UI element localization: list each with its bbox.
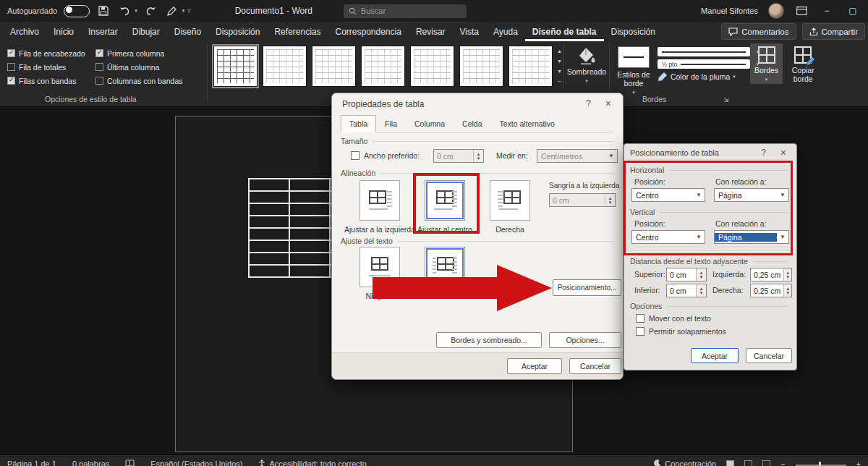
tab-fila[interactable]: Fila (376, 115, 406, 132)
draw-pen-icon[interactable] (165, 4, 179, 18)
view-web-layout-button[interactable] (762, 460, 770, 466)
tab-tabla[interactable]: Tabla (341, 115, 376, 132)
align-right-button[interactable] (490, 180, 530, 221)
accessibility-status[interactable]: Accesibilidad: todo correcto (258, 459, 367, 466)
borders-and-shading-button[interactable]: Bordes y sombreado... (436, 332, 542, 348)
table-style-thumbnail[interactable] (213, 46, 258, 87)
tab-celda[interactable]: Celda (454, 115, 490, 132)
customize-qat-icon[interactable]: ▿ (187, 7, 191, 14)
option-last-column[interactable]: Última columna (95, 60, 204, 74)
tab-dibujar[interactable]: Dibujar (125, 23, 167, 41)
zoom-out-button[interactable]: − (780, 459, 785, 466)
view-read-mode-button[interactable] (726, 460, 734, 466)
preferred-width-checkbox[interactable]: Ancho preferido: (351, 151, 420, 160)
ok-button[interactable]: Aceptar (691, 348, 739, 363)
pen-color-button[interactable]: Color de la pluma ▾ (658, 72, 750, 82)
cancel-button[interactable]: Cancelar (746, 348, 792, 363)
distance-top-spinner[interactable]: 0 cm ▲▼ (666, 268, 707, 281)
autosave-toggle[interactable] (64, 5, 90, 17)
focus-mode-button[interactable]: Concentración (653, 459, 716, 466)
align-center-button[interactable] (425, 180, 465, 221)
v-position-dropdown[interactable]: Centro ▼ (631, 230, 705, 244)
zoom-slider-thumb[interactable] (819, 462, 821, 466)
preferred-width-spinner[interactable]: 0 cm ▲▼ (433, 149, 484, 163)
h-relative-dropdown[interactable]: Página ▼ (714, 188, 789, 202)
table-style-thumbnail[interactable] (361, 46, 405, 87)
v-relative-dropdown[interactable]: Página ▼ (714, 230, 789, 244)
align-left-button[interactable] (359, 180, 400, 221)
language-indicator[interactable]: Español (Estados Unidos) (150, 459, 242, 466)
undo-dropdown-icon[interactable]: ▾ (135, 8, 137, 14)
tab-texto-alternativo[interactable]: Texto alternativo (491, 115, 563, 132)
page-indicator[interactable]: Página 1 de 1 (7, 459, 56, 466)
table-style-thumbnail[interactable] (263, 46, 307, 87)
tab-vista[interactable]: Vista (453, 23, 486, 41)
spinner-arrows-icon[interactable]: ▲▼ (696, 284, 706, 297)
tab-inicio[interactable]: Inicio (46, 23, 81, 41)
share-button[interactable]: Compartir (802, 23, 865, 40)
minimize-button[interactable]: − (819, 6, 835, 16)
user-avatar[interactable] (768, 3, 784, 19)
gallery-more-icon[interactable]: ▼─ (557, 67, 562, 87)
option-header-row[interactable]: Fila de encabezado (7, 46, 93, 60)
border-styles-button[interactable]: Estilos de borde ▾ (610, 41, 658, 96)
table-style-thumbnail[interactable] (410, 46, 454, 87)
distance-right-spinner[interactable]: 0,25 cm ▲▼ (750, 284, 792, 297)
tab-revisar[interactable]: Revisar (409, 23, 453, 41)
close-icon[interactable]: × (605, 98, 611, 109)
ok-button[interactable]: Aceptar (507, 358, 562, 374)
table-style-thumbnail[interactable] (459, 46, 503, 87)
distance-left-spinner[interactable]: 0,25 cm ▲▼ (750, 268, 792, 281)
h-position-dropdown[interactable]: Centro ▼ (631, 188, 705, 202)
option-banded-rows[interactable]: Filas con bandas (7, 74, 93, 88)
move-with-text-checkbox[interactable]: Mover con el texto (636, 314, 711, 323)
shading-button[interactable]: Sombreado ▾ (564, 41, 609, 84)
tab-insertar[interactable]: Insertar (81, 23, 125, 41)
view-print-layout-button[interactable] (744, 460, 752, 466)
ribbon-display-icon[interactable] (794, 4, 809, 18)
gallery-down-icon[interactable]: ▼ (557, 56, 562, 67)
spinner-arrows-icon[interactable]: ▲▼ (605, 194, 615, 206)
borders-dialog-launcher-icon[interactable]: ⇲ (723, 96, 729, 103)
gallery-up-icon[interactable]: ▲ (557, 46, 562, 56)
search-input[interactable]: Buscar (344, 4, 467, 18)
borders-button[interactable]: Bordes ▾ (750, 43, 783, 84)
spinner-arrows-icon[interactable]: ▲▼ (473, 150, 483, 162)
option-total-row[interactable]: Fila de totales (7, 60, 93, 74)
chevron-down-icon[interactable]: ▾ (756, 49, 759, 55)
tab-archivo[interactable]: Archivo (3, 23, 46, 41)
undo-icon[interactable] (117, 4, 132, 18)
user-name[interactable]: Manuel Sifontes (701, 7, 758, 15)
save-icon[interactable] (96, 4, 111, 18)
line-style-dropdown[interactable]: ▾ (658, 47, 750, 56)
comments-button[interactable]: Comentarios (721, 23, 796, 40)
positioning-button[interactable]: Posicionamiento... (553, 279, 621, 296)
cancel-button[interactable]: Cancelar (569, 358, 621, 374)
chevron-down-icon[interactable]: ▾ (756, 62, 759, 67)
line-weight-dropdown[interactable]: ½ pto▾ (658, 59, 750, 69)
measure-in-dropdown[interactable]: Centímetros ▼ (537, 149, 618, 163)
spinner-arrows-icon[interactable]: ▲▼ (696, 268, 706, 281)
close-icon[interactable]: × (780, 147, 786, 158)
spinner-arrows-icon[interactable]: ▲▼ (783, 268, 791, 281)
option-first-column[interactable]: Primera columna (95, 46, 204, 60)
help-icon[interactable]: ? (761, 148, 766, 158)
redo-icon[interactable] (144, 4, 158, 18)
tab-diseno-de-tabla[interactable]: Diseño de tabla (525, 23, 604, 41)
table-style-thumbnail[interactable] (509, 46, 553, 87)
tab-diseno[interactable]: Diseño (167, 23, 208, 41)
pen-dropdown-icon[interactable]: ▾ (182, 8, 185, 14)
proofing-icon[interactable] (125, 459, 135, 466)
option-banded-columns[interactable]: Columnas con bandas (95, 74, 204, 88)
table-style-thumbnail[interactable] (312, 46, 356, 87)
tab-disposicion[interactable]: Disposición (208, 23, 267, 41)
word-count[interactable]: 0 palabras (72, 459, 109, 466)
spinner-arrows-icon[interactable]: ▲▼ (783, 284, 791, 297)
tab-disposicion-tabla[interactable]: Disposición (604, 23, 663, 41)
help-icon[interactable]: ? (586, 98, 591, 109)
zoom-in-button[interactable]: + (856, 459, 861, 466)
tab-columna[interactable]: Columna (406, 115, 454, 132)
tab-ayuda[interactable]: Ayuda (486, 23, 525, 41)
distance-bottom-spinner[interactable]: 0 cm ▲▼ (666, 284, 707, 297)
maximize-button[interactable]: ▢ (845, 6, 861, 16)
